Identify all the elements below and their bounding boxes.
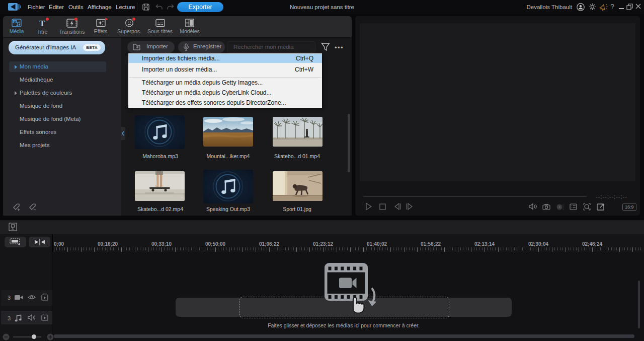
svg-text:T: T <box>39 19 45 28</box>
